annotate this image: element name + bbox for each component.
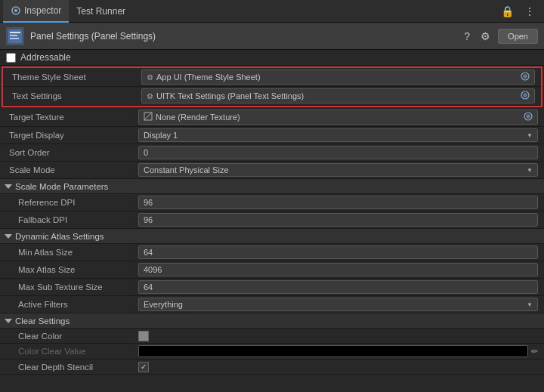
dynamic-atlas-section[interactable]: Dynamic Atlas Settings xyxy=(0,229,544,244)
target-texture-target-icon xyxy=(524,112,533,122)
clear-settings-label: Clear Settings xyxy=(15,316,70,326)
min-atlas-label: Min Atlas Size xyxy=(3,245,135,259)
text-settings-icon: ⚙ xyxy=(147,92,153,100)
clear-settings-triangle xyxy=(5,319,12,323)
reference-dpi-value-container xyxy=(135,194,541,211)
addressable-label: Addressable xyxy=(20,52,71,63)
clear-depth-stencil-row: Clear Depth Stencil ✓ xyxy=(0,360,544,375)
target-texture-value-container: None (Render Texture) xyxy=(135,108,541,126)
svg-rect-5 xyxy=(10,38,19,39)
text-settings-field[interactable]: ⚙ UITK Text Settings (Panel Text Setting… xyxy=(141,88,535,103)
sort-order-label: Sort Order xyxy=(3,146,135,159)
svg-rect-3 xyxy=(10,32,20,33)
max-sub-texture-row: Max Sub Texture Size xyxy=(0,279,544,296)
max-atlas-input[interactable] xyxy=(138,263,538,276)
target-texture-value: None (Render Texture) xyxy=(156,113,240,122)
dynamic-atlas-label: Dynamic Atlas Settings xyxy=(15,232,104,241)
color-clear-value-label: Color Clear Value xyxy=(3,344,135,358)
theme-style-sheet-value-container: ⚙ App UI (Theme Style Sheet) xyxy=(138,68,538,86)
settings-button[interactable]: ⚙ xyxy=(478,29,493,44)
clear-color-label: Clear Color xyxy=(3,329,135,343)
scale-mode-value-container: Constant Physical Size ▼ xyxy=(135,162,541,178)
color-clear-bar[interactable] xyxy=(138,345,528,357)
scale-mode-row: Scale Mode Constant Physical Size ▼ xyxy=(0,162,544,179)
scale-mode-dropdown[interactable]: Constant Physical Size ▼ xyxy=(138,163,538,177)
fallback-dpi-value-container xyxy=(135,211,541,228)
panel-header: Panel Settings (Panel Settings) ? ⚙ Open xyxy=(0,23,544,50)
panel-icon xyxy=(6,27,24,45)
svg-point-1 xyxy=(14,9,17,12)
svg-point-11 xyxy=(524,94,526,96)
highlighted-section: Theme Style Sheet ⚙ App UI (Theme Style … xyxy=(2,66,542,107)
scale-mode-arrow: ▼ xyxy=(527,167,533,174)
sort-order-row: Sort Order 0 xyxy=(0,144,544,162)
inspector-icon xyxy=(11,5,21,16)
text-settings-field-left: ⚙ UITK Text Settings (Panel Text Setting… xyxy=(147,91,304,100)
target-display-dropdown[interactable]: Display 1 ▼ xyxy=(138,128,538,142)
text-settings-value-container: ⚙ UITK Text Settings (Panel Text Setting… xyxy=(138,87,538,105)
open-button[interactable]: Open xyxy=(498,29,538,44)
help-button[interactable]: ? xyxy=(461,29,473,44)
lock-button[interactable]: 🔒 xyxy=(498,4,517,19)
addressable-checkbox[interactable] xyxy=(6,53,16,63)
min-atlas-row: Min Atlas Size xyxy=(0,244,544,261)
reference-dpi-row: Reference DPI xyxy=(0,194,544,211)
scale-mode-label: Scale Mode xyxy=(3,163,135,177)
target-texture-field[interactable]: None (Render Texture) xyxy=(138,110,538,125)
tab-inspector-label: Inspector xyxy=(24,5,61,16)
active-filters-dropdown[interactable]: Everything ▼ xyxy=(138,298,538,311)
fallback-dpi-row: Fallback DPI xyxy=(0,211,544,229)
clear-color-swatch[interactable] xyxy=(138,331,149,341)
theme-style-sheet-field[interactable]: ⚙ App UI (Theme Style Sheet) xyxy=(141,69,535,85)
target-display-arrow: ▼ xyxy=(527,132,533,139)
panel-title: Panel Settings (Panel Settings) xyxy=(30,31,156,42)
active-filters-arrow: ▼ xyxy=(527,301,533,308)
max-atlas-row: Max Atlas Size xyxy=(0,261,544,279)
text-settings-value: UITK Text Settings (Panel Text Settings) xyxy=(156,91,304,100)
clear-depth-stencil-checkbox[interactable]: ✓ xyxy=(138,362,149,372)
max-atlas-value-container xyxy=(135,261,541,278)
min-atlas-input[interactable] xyxy=(138,245,538,259)
panel-header-left: Panel Settings (Panel Settings) xyxy=(6,27,156,45)
svg-point-16 xyxy=(527,116,529,117)
fallback-dpi-input[interactable] xyxy=(138,213,538,227)
reference-dpi-label: Reference DPI xyxy=(3,196,135,209)
pencil-icon[interactable]: ✏ xyxy=(531,347,538,357)
target-texture-row: Target Texture None (Render Texture) xyxy=(0,108,544,127)
clear-color-row: Clear Color xyxy=(0,329,544,344)
clear-settings-section[interactable]: Clear Settings xyxy=(0,313,544,329)
sort-order-value-container: 0 xyxy=(135,144,541,161)
sort-order-input[interactable]: 0 xyxy=(138,146,538,159)
scale-mode-params-section[interactable]: Scale Mode Parameters xyxy=(0,179,544,194)
target-display-label: Target Display xyxy=(3,128,135,142)
max-sub-texture-value-container xyxy=(135,279,541,295)
svg-rect-4 xyxy=(10,35,17,36)
theme-style-sheet-value: App UI (Theme Style Sheet) xyxy=(156,73,261,82)
theme-style-sheet-field-left: ⚙ App UI (Theme Style Sheet) xyxy=(147,73,261,82)
tab-bar-left: Inspector Test Runner xyxy=(3,0,133,23)
scale-mode-value: Constant Physical Size xyxy=(144,165,229,174)
clear-color-value-container xyxy=(135,329,541,343)
color-clear-value-container: ✏ xyxy=(135,344,541,359)
dynamic-atlas-triangle xyxy=(5,234,12,239)
tab-test-runner-label: Test Runner xyxy=(76,6,125,17)
addressable-row: Addressable xyxy=(0,50,544,66)
text-settings-label: Text Settings xyxy=(6,89,138,103)
panel-header-right: ? ⚙ Open xyxy=(461,29,538,44)
tab-bar: Inspector Test Runner 🔒 ⋮ xyxy=(0,0,544,23)
max-sub-texture-input[interactable] xyxy=(138,280,538,294)
more-options-button[interactable]: ⋮ xyxy=(521,4,538,19)
text-settings-row: Text Settings ⚙ UITK Text Settings (Pane… xyxy=(3,87,541,106)
target-display-value: Display 1 xyxy=(144,131,178,140)
theme-style-sheet-label: Theme Style Sheet xyxy=(6,70,138,84)
target-texture-icon xyxy=(144,112,153,122)
max-atlas-label: Max Atlas Size xyxy=(3,263,135,276)
tab-test-runner[interactable]: Test Runner xyxy=(69,0,133,23)
reference-dpi-input[interactable] xyxy=(138,196,538,209)
tab-inspector[interactable]: Inspector xyxy=(3,0,69,23)
clear-depth-stencil-value-container: ✓ xyxy=(135,360,541,374)
clear-depth-stencil-label: Clear Depth Stencil xyxy=(3,360,135,374)
color-clear-value-row: Color Clear Value ✏ xyxy=(0,344,544,360)
scale-mode-params-label: Scale Mode Parameters xyxy=(15,182,108,191)
target-texture-label: Target Texture xyxy=(3,110,135,124)
